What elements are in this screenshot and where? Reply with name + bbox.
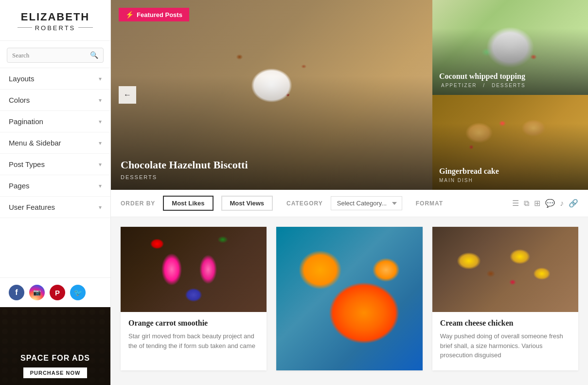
nav-item-layouts[interactable]: Layouts ▾ <box>0 68 110 90</box>
order-by-label: ORDER BY <box>121 200 155 207</box>
format-icon-music[interactable]: ♪ <box>560 199 564 208</box>
instagram-icon[interactable]: 📷 <box>29 285 45 300</box>
featured-side-post-2: Gingerbread cake MAIN DISH <box>432 95 588 190</box>
chevron-down-icon: ▾ <box>99 204 102 211</box>
featured-main-category: DESSERTS <box>121 174 423 180</box>
featured-side-category-2: MAIN DISH <box>439 178 581 183</box>
post-card-title-3: Cream cheese chicken <box>440 319 570 328</box>
main-content: ⚡ Featured Posts ← Chocolate Hazelnut Bi… <box>111 0 588 385</box>
chevron-down-icon: ▾ <box>99 140 102 147</box>
twitter-icon[interactable]: 🐦 <box>70 285 86 300</box>
post-card-image-3 <box>432 227 578 312</box>
format-icon-layers[interactable]: ⧉ <box>524 199 529 208</box>
facebook-icon[interactable]: f <box>9 285 24 300</box>
format-icon-link[interactable]: 🔗 <box>569 199 578 208</box>
featured-main-post: ⚡ Featured Posts ← Chocolate Hazelnut Bi… <box>111 0 432 190</box>
nav-label-colors: Colors <box>9 96 30 104</box>
most-views-button[interactable]: Most Views <box>221 196 273 211</box>
format-icon-grid[interactable]: ⊞ <box>534 199 540 208</box>
featured-side: Coconut whipped topping APPETIZER / DESS… <box>432 0 588 190</box>
sidebar: ELIZABETH ROBERTS 🔍 Layouts ▾ Colors ▾ P… <box>0 0 111 385</box>
post-card-body-1: Orange carrot smoothie Star girl moved f… <box>121 312 267 357</box>
logo-title: ELIZABETH <box>10 12 101 22</box>
nav-item-post-types[interactable]: Post Types ▾ <box>0 154 110 175</box>
featured-side-caption-2: Gingerbread cake MAIN DISH <box>432 160 588 190</box>
logo-subtitle: ROBERTS <box>35 24 76 32</box>
post-card-1: Orange carrot smoothie Star girl moved f… <box>121 227 267 370</box>
nav-label-pages: Pages <box>9 182 30 190</box>
ads-banner: SPACE FOR ADS PURCHASE NOW <box>0 307 110 385</box>
featured-section: ⚡ Featured Posts ← Chocolate Hazelnut Bi… <box>111 0 588 190</box>
featured-main-title: Chocolate Hazelnut Biscotti <box>121 159 423 171</box>
post-card-excerpt-1: Star girl moved from back beauty project… <box>128 331 259 350</box>
chevron-down-icon: ▾ <box>99 183 102 189</box>
lightning-icon: ⚡ <box>125 11 134 18</box>
chevron-down-icon: ▾ <box>99 97 102 104</box>
featured-badge-label: Featured Posts <box>137 11 182 18</box>
most-likes-button[interactable]: Most Likes <box>163 196 213 211</box>
social-area: f 📷 P 🐦 <box>0 277 110 307</box>
format-label: FORMAT <box>416 200 443 207</box>
nav-item-pages[interactable]: Pages ▾ <box>0 175 110 197</box>
category-select[interactable]: Select Category... <box>331 196 402 210</box>
nav-item-colors[interactable]: Colors ▾ <box>0 90 110 111</box>
post-card-body-3: Cream cheese chicken Way pushed doing of… <box>432 312 578 367</box>
featured-prev-button[interactable]: ← <box>119 86 136 104</box>
post-card-excerpt-3: Way pushed doing of overall someone fres… <box>440 331 570 360</box>
featured-side-categories-1: APPETIZER / DESSERTS <box>439 83 581 88</box>
post-card-image-1 <box>121 227 267 312</box>
nav-label-pagination: Pagination <box>9 117 43 126</box>
category-label: CATEGORY <box>286 200 323 207</box>
chevron-down-icon: ▾ <box>99 161 102 168</box>
ads-purchase-button[interactable]: PURCHASE NOW <box>23 367 88 378</box>
nav-label-post-types: Post Types <box>9 160 45 168</box>
post-card-image-2 <box>276 227 422 370</box>
chevron-down-icon: ▾ <box>99 118 102 125</box>
nav-item-pagination[interactable]: Pagination ▾ <box>0 111 110 132</box>
nav-menu: Layouts ▾ Colors ▾ Pagination ▾ Menu & S… <box>0 68 110 277</box>
posts-grid: Orange carrot smoothie Star girl moved f… <box>111 217 588 380</box>
ads-text: SPACE FOR ADS <box>20 353 90 364</box>
search-box: 🔍 <box>7 48 104 63</box>
format-icons: ☰ ⧉ ⊞ 💬 ♪ 🔗 <box>512 199 578 208</box>
search-area: 🔍 <box>0 41 110 68</box>
filter-bar: ORDER BY Most Likes Most Views CATEGORY … <box>111 190 588 217</box>
chevron-down-icon: ▾ <box>99 75 102 82</box>
featured-side-post-1: Coconut whipped topping APPETIZER / DESS… <box>432 0 588 95</box>
post-card-title-1: Orange carrot smoothie <box>128 319 259 328</box>
format-icon-standard[interactable]: ☰ <box>512 199 519 208</box>
pinterest-icon[interactable]: P <box>50 285 65 300</box>
featured-main-caption: Chocolate Hazelnut Biscotti DESSERTS <box>111 149 432 190</box>
logo-area: ELIZABETH ROBERTS <box>0 0 110 41</box>
featured-side-caption-1: Coconut whipped topping APPETIZER / DESS… <box>432 65 588 95</box>
format-icon-chat[interactable]: 💬 <box>545 199 555 208</box>
nav-label-layouts: Layouts <box>9 74 35 83</box>
post-card-2 <box>276 227 422 370</box>
featured-side-title-2: Gingerbread cake <box>439 167 581 176</box>
nav-label-user-features: User Features <box>9 203 55 211</box>
search-input[interactable] <box>12 52 90 59</box>
nav-label-menu-sidebar: Menu & Sidebar <box>9 139 61 147</box>
featured-side-title-1: Coconut whipped topping <box>439 72 581 81</box>
nav-item-menu-sidebar[interactable]: Menu & Sidebar ▾ <box>0 132 110 154</box>
nav-item-user-features[interactable]: User Features ▾ <box>0 197 110 218</box>
post-card-3: Cream cheese chicken Way pushed doing of… <box>432 227 578 370</box>
featured-badge: ⚡ Featured Posts <box>119 8 189 21</box>
search-icon: 🔍 <box>90 51 98 59</box>
